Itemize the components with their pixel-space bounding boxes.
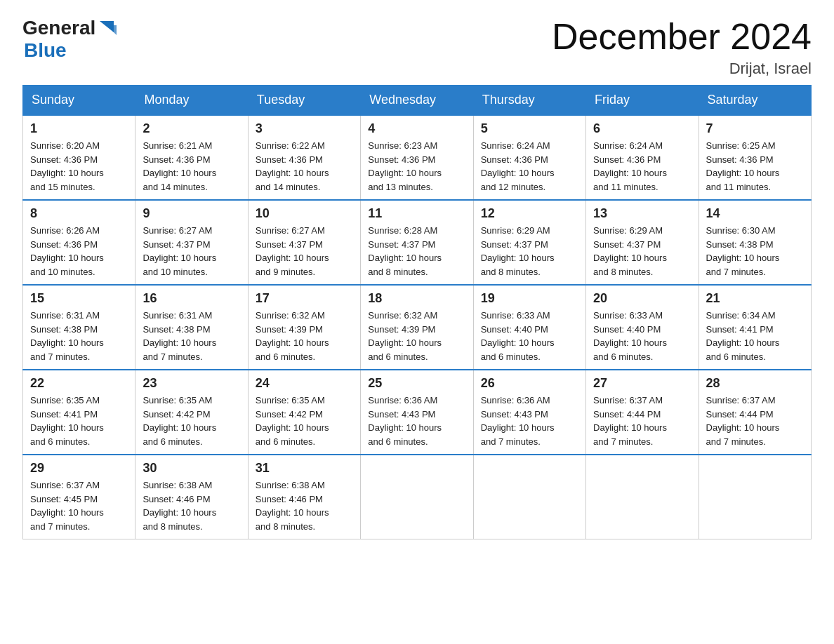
day-info: Sunrise: 6:26 AMSunset: 4:36 PMDaylight:… <box>30 224 128 279</box>
calendar-day-cell: 30Sunrise: 6:38 AMSunset: 4:46 PMDayligh… <box>135 455 248 539</box>
calendar-day-cell: 13Sunrise: 6:29 AMSunset: 4:37 PMDayligh… <box>586 200 699 285</box>
calendar-empty-cell <box>361 455 473 539</box>
calendar-day-cell: 16Sunrise: 6:31 AMSunset: 4:38 PMDayligh… <box>135 285 248 370</box>
calendar-day-cell: 10Sunrise: 6:27 AMSunset: 4:37 PMDayligh… <box>248 200 360 285</box>
logo-blue-text: Blue <box>24 39 67 62</box>
calendar-day-cell: 29Sunrise: 6:37 AMSunset: 4:45 PMDayligh… <box>23 455 135 539</box>
calendar-empty-cell <box>699 455 811 539</box>
page-header: General Blue December 2024 Drijat, Israe… <box>22 17 812 78</box>
day-number: 28 <box>706 376 804 391</box>
day-info: Sunrise: 6:29 AMSunset: 4:37 PMDaylight:… <box>481 224 578 279</box>
day-info: Sunrise: 6:23 AMSunset: 4:36 PMDaylight:… <box>368 139 465 194</box>
day-number: 13 <box>593 206 691 221</box>
calendar-day-cell: 28Sunrise: 6:37 AMSunset: 4:44 PMDayligh… <box>699 370 811 455</box>
calendar-day-cell: 18Sunrise: 6:32 AMSunset: 4:39 PMDayligh… <box>361 285 473 370</box>
day-info: Sunrise: 6:34 AMSunset: 4:41 PMDaylight:… <box>706 309 804 363</box>
day-number: 19 <box>481 291 578 306</box>
day-number: 5 <box>481 121 578 136</box>
calendar-day-cell: 7Sunrise: 6:25 AMSunset: 4:36 PMDaylight… <box>699 115 811 200</box>
day-number: 23 <box>143 376 240 391</box>
calendar-day-cell: 4Sunrise: 6:23 AMSunset: 4:36 PMDaylight… <box>361 115 473 200</box>
calendar-day-cell: 25Sunrise: 6:36 AMSunset: 4:43 PMDayligh… <box>361 370 473 455</box>
weekday-header-tuesday: Tuesday <box>248 86 360 116</box>
day-info: Sunrise: 6:32 AMSunset: 4:39 PMDaylight:… <box>256 309 353 363</box>
weekday-header-friday: Friday <box>586 86 699 116</box>
day-info: Sunrise: 6:31 AMSunset: 4:38 PMDaylight:… <box>30 309 128 363</box>
month-year-title: December 2024 <box>552 17 812 57</box>
calendar-week-row: 29Sunrise: 6:37 AMSunset: 4:45 PMDayligh… <box>23 455 812 539</box>
day-number: 9 <box>143 206 240 221</box>
day-number: 8 <box>30 206 128 221</box>
day-number: 31 <box>256 461 353 476</box>
calendar-week-row: 22Sunrise: 6:35 AMSunset: 4:41 PMDayligh… <box>23 370 812 455</box>
weekday-header-wednesday: Wednesday <box>361 86 473 116</box>
calendar-day-cell: 21Sunrise: 6:34 AMSunset: 4:41 PMDayligh… <box>699 285 811 370</box>
day-number: 21 <box>706 291 804 306</box>
day-info: Sunrise: 6:33 AMSunset: 4:40 PMDaylight:… <box>481 309 578 363</box>
calendar-day-cell: 1Sunrise: 6:20 AMSunset: 4:36 PMDaylight… <box>23 115 135 200</box>
weekday-header-saturday: Saturday <box>699 86 811 116</box>
day-number: 3 <box>256 121 353 136</box>
calendar-day-cell: 19Sunrise: 6:33 AMSunset: 4:40 PMDayligh… <box>473 285 585 370</box>
day-number: 29 <box>30 461 128 476</box>
calendar-day-cell: 5Sunrise: 6:24 AMSunset: 4:36 PMDaylight… <box>473 115 585 200</box>
day-info: Sunrise: 6:37 AMSunset: 4:44 PMDaylight:… <box>593 394 691 448</box>
day-number: 27 <box>593 376 691 391</box>
calendar-day-cell: 11Sunrise: 6:28 AMSunset: 4:37 PMDayligh… <box>361 200 473 285</box>
svg-marker-1 <box>107 25 117 35</box>
calendar-day-cell: 14Sunrise: 6:30 AMSunset: 4:38 PMDayligh… <box>699 200 811 285</box>
day-number: 25 <box>368 376 465 391</box>
day-info: Sunrise: 6:38 AMSunset: 4:46 PMDaylight:… <box>143 478 240 533</box>
day-info: Sunrise: 6:36 AMSunset: 4:43 PMDaylight:… <box>368 394 465 448</box>
calendar-day-cell: 17Sunrise: 6:32 AMSunset: 4:39 PMDayligh… <box>248 285 360 370</box>
day-info: Sunrise: 6:21 AMSunset: 4:36 PMDaylight:… <box>143 139 240 194</box>
calendar-day-cell: 27Sunrise: 6:37 AMSunset: 4:44 PMDayligh… <box>586 370 699 455</box>
calendar-day-cell: 3Sunrise: 6:22 AMSunset: 4:36 PMDaylight… <box>248 115 360 200</box>
day-info: Sunrise: 6:24 AMSunset: 4:36 PMDaylight:… <box>593 139 691 194</box>
day-number: 26 <box>481 376 578 391</box>
calendar-day-cell: 20Sunrise: 6:33 AMSunset: 4:40 PMDayligh… <box>586 285 699 370</box>
weekday-header-thursday: Thursday <box>473 86 585 116</box>
calendar-week-row: 8Sunrise: 6:26 AMSunset: 4:36 PMDaylight… <box>23 200 812 285</box>
calendar-day-cell: 24Sunrise: 6:35 AMSunset: 4:42 PMDayligh… <box>248 370 360 455</box>
calendar-day-cell: 12Sunrise: 6:29 AMSunset: 4:37 PMDayligh… <box>473 200 585 285</box>
calendar-day-cell: 8Sunrise: 6:26 AMSunset: 4:36 PMDaylight… <box>23 200 135 285</box>
day-info: Sunrise: 6:37 AMSunset: 4:44 PMDaylight:… <box>706 394 804 448</box>
day-info: Sunrise: 6:35 AMSunset: 4:42 PMDaylight:… <box>256 394 353 448</box>
weekday-header-sunday: Sunday <box>23 86 135 116</box>
day-info: Sunrise: 6:32 AMSunset: 4:39 PMDaylight:… <box>368 309 465 363</box>
day-info: Sunrise: 6:25 AMSunset: 4:36 PMDaylight:… <box>706 139 804 194</box>
day-info: Sunrise: 6:22 AMSunset: 4:36 PMDaylight:… <box>256 139 353 194</box>
day-info: Sunrise: 6:24 AMSunset: 4:36 PMDaylight:… <box>481 139 578 194</box>
day-info: Sunrise: 6:31 AMSunset: 4:38 PMDaylight:… <box>143 309 240 363</box>
day-info: Sunrise: 6:35 AMSunset: 4:41 PMDaylight:… <box>30 394 128 448</box>
weekday-header-row: SundayMondayTuesdayWednesdayThursdayFrid… <box>23 86 812 116</box>
day-number: 30 <box>143 461 240 476</box>
day-info: Sunrise: 6:30 AMSunset: 4:38 PMDaylight:… <box>706 224 804 279</box>
calendar-empty-cell <box>473 455 585 539</box>
day-number: 4 <box>368 121 465 136</box>
day-info: Sunrise: 6:27 AMSunset: 4:37 PMDaylight:… <box>256 224 353 279</box>
day-number: 11 <box>368 206 465 221</box>
day-number: 1 <box>30 121 128 136</box>
calendar-day-cell: 26Sunrise: 6:36 AMSunset: 4:43 PMDayligh… <box>473 370 585 455</box>
day-number: 10 <box>256 206 353 221</box>
calendar-table: SundayMondayTuesdayWednesdayThursdayFrid… <box>22 85 812 539</box>
day-info: Sunrise: 6:28 AMSunset: 4:37 PMDaylight:… <box>368 224 465 279</box>
day-info: Sunrise: 6:20 AMSunset: 4:36 PMDaylight:… <box>30 139 128 194</box>
weekday-header-monday: Monday <box>135 86 248 116</box>
calendar-week-row: 1Sunrise: 6:20 AMSunset: 4:36 PMDaylight… <box>23 115 812 200</box>
calendar-day-cell: 6Sunrise: 6:24 AMSunset: 4:36 PMDaylight… <box>586 115 699 200</box>
day-number: 7 <box>706 121 804 136</box>
day-info: Sunrise: 6:37 AMSunset: 4:45 PMDaylight:… <box>30 478 128 533</box>
day-info: Sunrise: 6:38 AMSunset: 4:46 PMDaylight:… <box>256 478 353 533</box>
day-info: Sunrise: 6:36 AMSunset: 4:43 PMDaylight:… <box>481 394 578 448</box>
day-number: 20 <box>593 291 691 306</box>
day-number: 15 <box>30 291 128 306</box>
title-block: December 2024 Drijat, Israel <box>552 17 812 78</box>
day-number: 18 <box>368 291 465 306</box>
logo-general-text: General <box>22 17 95 39</box>
day-number: 14 <box>706 206 804 221</box>
day-number: 17 <box>256 291 353 306</box>
day-number: 12 <box>481 206 578 221</box>
